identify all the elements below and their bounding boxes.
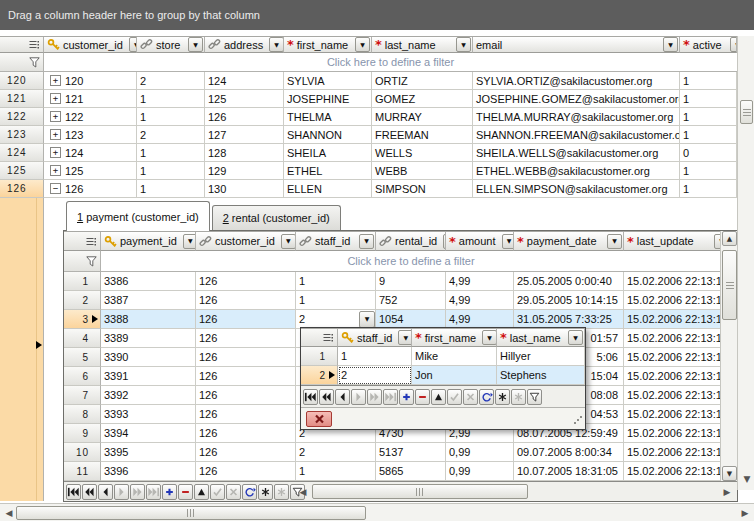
cell-active[interactable]: 1	[680, 108, 737, 126]
cell-customer_id[interactable]: 126	[196, 443, 296, 462]
nav-post-button[interactable]	[447, 389, 462, 405]
nav-prior-page-button[interactable]	[319, 389, 334, 405]
cell-customer_id[interactable]: +122	[44, 108, 137, 126]
column-header-last_name[interactable]: *last_name▼	[497, 329, 585, 347]
column-header-first_name[interactable]: *first_name▼	[412, 329, 497, 347]
cell-first_name[interactable]: Mike	[412, 347, 497, 366]
column-header-amount[interactable]: *amount▼	[446, 232, 514, 251]
cell-customer_id[interactable]: 126	[196, 329, 296, 348]
grid-row-1[interactable]: 11MikeHillyer	[301, 347, 585, 366]
cell-customer_id[interactable]: 126	[196, 291, 296, 310]
cell-payment_id[interactable]: 3395	[101, 443, 196, 462]
indicator-header-cell[interactable]	[64, 232, 101, 251]
cell-payment_id[interactable]: 3390	[101, 348, 196, 367]
row-indicator[interactable]: 121	[0, 90, 44, 108]
row-indicator[interactable]: 4	[64, 329, 101, 348]
cell-payment_date[interactable]: 09.07.2005 8:00:34	[514, 443, 624, 462]
filter-dropdown-button[interactable]: ▼	[482, 330, 497, 345]
cell-rental_id[interactable]: 5865	[376, 462, 446, 481]
column-header-customer_id[interactable]: customer_id▼	[44, 37, 137, 53]
cell-customer_id[interactable]: 126	[196, 348, 296, 367]
cell-email[interactable]: THELMA.MURRAY@sakilacustomer.org	[473, 108, 680, 126]
scroll-up-button[interactable]: ▲	[722, 231, 737, 246]
cell-last_name[interactable]: Stephens	[497, 366, 585, 385]
grid-row-126[interactable]: 126−1261130ELLENSIMPSONELLEN.SIMPSON@sak…	[0, 180, 737, 198]
cell-address[interactable]: 127	[205, 126, 284, 144]
combo-editor-value[interactable]: 2	[296, 313, 359, 325]
cell-store[interactable]: 1	[137, 180, 205, 198]
cell-last_name[interactable]: WEBB	[372, 162, 473, 180]
combo-dropdown-button[interactable]: ▼	[359, 311, 375, 328]
scroll-right-arrow[interactable]: ▶	[740, 508, 750, 518]
filter-dropdown-button[interactable]: ▼	[607, 234, 622, 249]
row-indicator[interactable]: 3	[64, 310, 101, 329]
filter-dropdown-button[interactable]: ▼	[281, 234, 296, 249]
indicator-header-cell[interactable]	[0, 37, 44, 53]
row-indicator[interactable]: 9	[64, 424, 101, 443]
cell-address[interactable]: 124	[205, 72, 284, 90]
cell-payment_id[interactable]: 3391	[101, 367, 196, 386]
cell-staff_id[interactable]: 1	[296, 462, 376, 481]
nav-first-button[interactable]	[303, 389, 318, 405]
grid-row-125[interactable]: 125+1251129ETHELWEBBETHEL.WEBB@sakilacus…	[0, 162, 737, 180]
cell-amount[interactable]: 4,99	[446, 291, 514, 310]
nav-insert-button[interactable]	[162, 484, 177, 500]
expand-button[interactable]: +	[50, 93, 61, 104]
column-header-active[interactable]: *active▼	[680, 37, 737, 53]
scroll-down-arrow[interactable]: ▼	[742, 474, 752, 484]
nav-edit-button[interactable]	[194, 484, 209, 500]
cell-first_name[interactable]: ELLEN	[284, 180, 372, 198]
cell-first_name[interactable]: SHANNON	[284, 126, 372, 144]
scroll-thumb[interactable]	[722, 250, 737, 320]
cell-last_update[interactable]: 15.02.2006 22:13:1	[624, 405, 721, 424]
cell-payment_id[interactable]: 3389	[101, 329, 196, 348]
cell-staff_id[interactable]: 2	[296, 443, 376, 462]
cell-last_update[interactable]: 15.02.2006 22:13:1	[624, 443, 721, 462]
cell-customer_id[interactable]: 126	[196, 462, 296, 481]
column-header-staff_id[interactable]: staff_id▼	[296, 232, 376, 251]
cell-store[interactable]: 1	[137, 108, 205, 126]
tab-rental[interactable]: 2 rental (customer_id)	[212, 205, 341, 230]
cell-store[interactable]: 2	[137, 72, 205, 90]
filter-dropdown-button[interactable]: ▼	[355, 37, 370, 52]
cell-payment_date[interactable]: 29.05.2005 10:14:15	[514, 291, 624, 310]
cell-payment_id[interactable]: 3394	[101, 424, 196, 443]
expand-button[interactable]: +	[50, 111, 61, 122]
cell-email[interactable]: SHANNON.FREEMAN@sakilacustomer.org	[473, 126, 680, 144]
filter-dropdown-button[interactable]: ▼	[188, 37, 203, 52]
cell-rental_id[interactable]: 752	[376, 291, 446, 310]
cell-address[interactable]: 128	[205, 144, 284, 162]
filter-dropdown-button[interactable]: ▼	[398, 330, 412, 345]
cell-first_name[interactable]: JOSEPHINE	[284, 90, 372, 108]
column-header-last_name[interactable]: *last_name▼	[372, 37, 473, 53]
cell-last_update[interactable]: 15.02.2006 22:13:1	[624, 348, 721, 367]
nav-refresh-button[interactable]	[242, 484, 257, 500]
cell-customer_id[interactable]: 126	[196, 272, 296, 291]
main-hscrollbar[interactable]: ◀ ▶	[0, 503, 754, 521]
row-indicator[interactable]: 125	[0, 162, 44, 180]
cell-first_name[interactable]: THELMA	[284, 108, 372, 126]
scroll-thumb[interactable]	[16, 506, 366, 520]
row-indicator[interactable]: 126	[0, 180, 44, 198]
row-indicator[interactable]: 11	[64, 462, 101, 481]
cell-payment_id[interactable]: 3393	[101, 405, 196, 424]
collapse-button[interactable]: −	[50, 183, 61, 194]
cell-email[interactable]: SHEILA.WELLS@sakilacustomer.org	[473, 144, 680, 162]
nav-goto-bookmark-button[interactable]	[274, 484, 289, 500]
nav-last-button[interactable]	[383, 389, 398, 405]
row-indicator[interactable]: 2	[64, 291, 101, 310]
cell-first_name[interactable]: SHEILA	[284, 144, 372, 162]
nav-delete-button[interactable]	[178, 484, 193, 500]
nav-bookmark-button[interactable]	[258, 484, 273, 500]
row-indicator[interactable]: 10	[64, 443, 101, 462]
filter-dropdown-button[interactable]: ▼	[456, 37, 471, 52]
nav-first-button[interactable]	[66, 484, 81, 500]
cell-last_name[interactable]: FREEMAN	[372, 126, 473, 144]
nav-next-page-button[interactable]	[130, 484, 145, 500]
filter-dropdown-button[interactable]: ▼	[269, 37, 284, 52]
cell-store[interactable]: 1	[137, 90, 205, 108]
nav-cancel-button[interactable]	[463, 389, 478, 405]
nav-post-button[interactable]	[210, 484, 225, 500]
grid-row-2[interactable]: 2338712617524,9929.05.2005 10:14:1515.02…	[64, 291, 721, 310]
expand-button[interactable]: +	[50, 165, 61, 176]
